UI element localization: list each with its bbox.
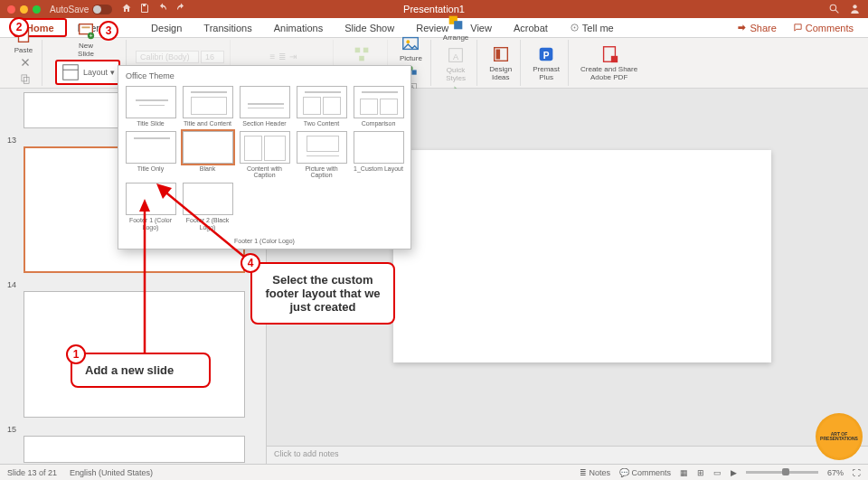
svg-rect-22 <box>412 70 417 74</box>
tellme-label: Tell me <box>582 23 614 33</box>
svg-point-5 <box>573 27 575 29</box>
layout-custom-1[interactable]: 1_Custom Layout <box>352 131 405 179</box>
status-bar: Slide 13 of 21 English (United States) ≣… <box>0 464 868 480</box>
window-controls <box>7 5 41 14</box>
svg-rect-8 <box>22 74 27 80</box>
layout-title-content[interactable]: Title and Content <box>181 86 234 127</box>
slide-number-15: 15 <box>7 425 259 434</box>
account-icon[interactable] <box>849 3 861 16</box>
font-size-input[interactable]: 16 <box>201 51 224 63</box>
layout-gallery-heading: Office Theme <box>122 70 407 84</box>
svg-rect-26 <box>454 21 462 29</box>
tab-slideshow[interactable]: Slide Show <box>334 18 405 37</box>
paste-label: Paste <box>14 46 33 54</box>
save-icon[interactable] <box>139 3 150 15</box>
undo-icon[interactable] <box>157 3 168 15</box>
svg-point-3 <box>853 5 856 8</box>
slide-number-14: 14 <box>7 280 259 289</box>
fit-to-window-icon[interactable]: ⛶ <box>853 468 861 477</box>
arrow-1 <box>136 199 154 357</box>
svg-text:+: + <box>90 33 93 39</box>
design-ideas-label: Design Ideas <box>489 65 512 81</box>
comments-toggle[interactable]: 💬 Comments <box>619 468 671 477</box>
svg-text:P: P <box>543 51 550 61</box>
callout-select-layout: Select the custom footer layout that we … <box>250 262 395 325</box>
layout-title-slide[interactable]: Title Slide <box>124 86 177 127</box>
zoom-slider[interactable] <box>746 471 818 474</box>
copy-icon[interactable] <box>19 72 32 87</box>
layout-section-header[interactable]: Section Header <box>238 86 291 127</box>
search-icon[interactable] <box>828 3 840 16</box>
home-icon[interactable] <box>121 3 132 15</box>
font-name-input[interactable]: Calibri (Body) <box>136 51 199 63</box>
comments-label: Comments <box>806 23 854 33</box>
layout-dropdown[interactable]: Layout ▾ <box>55 60 120 85</box>
maximize-window-icon[interactable] <box>33 5 41 14</box>
tab-animations[interactable]: Animations <box>263 18 334 37</box>
tab-acrobat[interactable]: Acrobat <box>503 18 559 37</box>
layout-two-content[interactable]: Two Content <box>295 86 348 127</box>
zoom-level[interactable]: 67% <box>827 468 844 477</box>
callout-add-slide-text: Add a new slide <box>85 363 174 377</box>
svg-rect-18 <box>360 56 365 61</box>
svg-rect-17 <box>363 48 369 53</box>
toggle-icon[interactable] <box>92 5 112 14</box>
svg-rect-11 <box>81 26 90 28</box>
layout-content-caption[interactable]: Content with Caption <box>238 131 291 179</box>
callout-number-1: 1 <box>66 344 86 364</box>
callout-add-slide: Add a new slide <box>71 353 211 388</box>
arrange-label: Arrange <box>443 33 468 42</box>
cut-icon[interactable] <box>19 56 32 71</box>
svg-rect-9 <box>24 77 29 83</box>
premast-label: Premast Plus <box>533 65 560 81</box>
language-indicator[interactable]: English (United States) <box>70 468 153 477</box>
notes-toggle[interactable]: ≣ Notes <box>580 468 610 477</box>
tab-tellme[interactable]: Tell me <box>559 18 625 37</box>
minimize-window-icon[interactable] <box>20 5 28 14</box>
picture-button[interactable]: Picture <box>397 32 425 64</box>
redo-icon[interactable] <box>175 3 186 15</box>
callout-number-4: 4 <box>241 253 260 273</box>
bullets-icon[interactable]: ≡ <box>270 52 276 61</box>
svg-point-20 <box>407 40 410 43</box>
callout-select-layout-text: Select the custom footer layout that we … <box>265 273 380 314</box>
share-label: Share <box>750 23 776 33</box>
indent-icon[interactable]: ⇥ <box>289 52 297 61</box>
normal-view-icon[interactable]: ▦ <box>680 468 688 477</box>
sorter-view-icon[interactable]: ⊞ <box>697 468 704 477</box>
share-button[interactable]: Share <box>731 21 781 35</box>
svg-rect-14 <box>63 65 79 80</box>
slideshow-view-icon[interactable]: ▶ <box>731 468 737 477</box>
close-window-icon[interactable] <box>7 5 15 14</box>
svg-rect-30 <box>495 50 500 60</box>
watermark-logo: ART OF PRESENTATIONS <box>816 413 863 460</box>
new-slide-button[interactable]: + New Slide <box>73 19 99 60</box>
comments-button[interactable]: Comments <box>788 21 859 35</box>
reading-view-icon[interactable]: ▭ <box>713 468 722 477</box>
ribbon-home: Paste + New Slide Layout ▾ ⟲ ▭ Calibri (… <box>0 38 868 89</box>
slide-canvas[interactable] <box>393 150 771 362</box>
svg-rect-34 <box>610 56 617 62</box>
chevron-down-icon: ▾ <box>110 68 115 77</box>
tab-transitions[interactable]: Transitions <box>193 18 262 37</box>
svg-point-1 <box>830 5 836 11</box>
autosave-toggle[interactable]: AutoSave <box>50 5 112 14</box>
ribbon-tabs: Home Insert Draw Design Transitions Anim… <box>0 18 868 38</box>
svg-line-37 <box>163 190 249 260</box>
tab-design[interactable]: Design <box>140 18 193 37</box>
premast-plus-button[interactable]: P Premast Plus <box>530 42 562 83</box>
slide-counter: Slide 13 of 21 <box>7 468 57 477</box>
callout-number-2: 2 <box>9 17 29 37</box>
quick-styles-label: Quick Styles <box>446 66 466 82</box>
notes-pane[interactable]: Click to add notes <box>267 446 868 464</box>
layout-title-only[interactable]: Title Only <box>124 131 177 179</box>
arrange-button[interactable]: Arrange <box>440 11 471 43</box>
layout-picture-caption[interactable]: Picture with Caption <box>295 131 348 179</box>
slide-thumbnail-15[interactable] <box>24 436 245 463</box>
numbering-icon[interactable]: ≣ <box>278 52 286 61</box>
create-share-pdf-button[interactable]: Create and Share Adobe PDF <box>578 42 640 83</box>
layout-comparison[interactable]: Comparison <box>352 86 405 127</box>
quick-styles-button[interactable]: A Quick Styles <box>443 43 468 84</box>
design-ideas-button[interactable]: Design Ideas <box>486 42 514 83</box>
layout-blank[interactable]: Blank <box>181 131 234 179</box>
